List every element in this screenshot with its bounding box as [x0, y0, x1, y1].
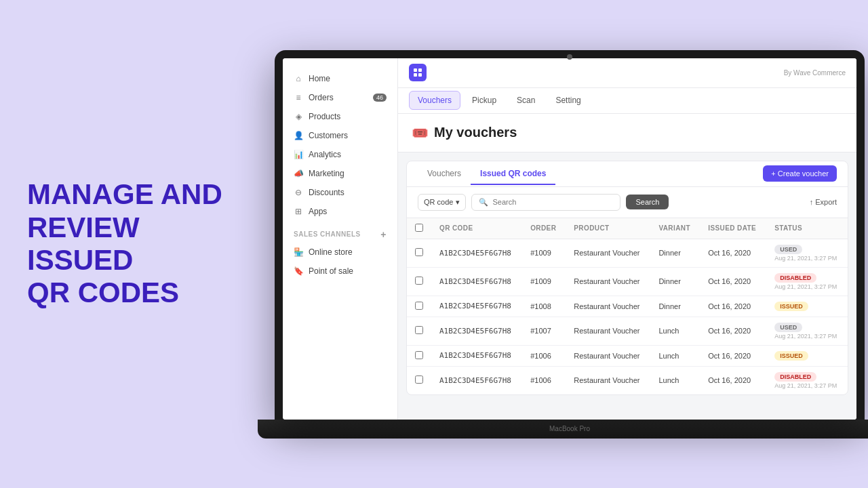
sidebar-item-discounts[interactable]: ⊖ Discounts [283, 183, 397, 202]
row-issued-date: Oct 16, 2020 [700, 345, 766, 366]
orders-icon: ≡ [294, 93, 303, 102]
row-status: ISSUED [766, 296, 848, 317]
laptop-frame: ⌂ Home ≡ Orders 46 ◈ Products 👤 Customer… [275, 50, 865, 420]
th-order: ORDER [522, 218, 566, 239]
svg-rect-1 [418, 68, 422, 72]
row-checkbox[interactable] [415, 302, 423, 310]
laptop-model: MacBook Pro [258, 420, 868, 439]
row-status: ISSUED [766, 345, 848, 366]
svg-rect-0 [414, 68, 417, 72]
sidebar-item-home[interactable]: ⌂ Home [283, 69, 397, 88]
marketing-icon: 📣 [294, 169, 303, 178]
search-left: QR code ▾ 🔍 Search [418, 194, 669, 211]
tab-bar: Vouchers Pickup Scan Setting [398, 88, 856, 114]
th-qr-code: QR CODE [431, 218, 522, 239]
laptop-screen: ⌂ Home ≡ Orders 46 ◈ Products 👤 Customer… [283, 58, 856, 420]
sidebar-item-online-store[interactable]: 🏪 Online store [283, 243, 397, 262]
title-emoji: 🎟️ [412, 125, 429, 141]
row-order: #1006 [522, 345, 566, 366]
row-qr-code: A1B2C3D4E5F6G7H8 [431, 345, 522, 366]
sub-tab-issued-qr[interactable]: Issued QR codes [471, 163, 555, 185]
sub-tab-vouchers[interactable]: Vouchers [418, 163, 471, 185]
row-qr-code: A1B2C3D4E5F6G7H8 [431, 239, 522, 267]
row-variant: Lunch [650, 366, 700, 394]
page-title: 🎟️ My vouchers [412, 125, 843, 141]
content-panel: Vouchers Issued QR codes + Create vouche… [406, 161, 848, 395]
row-product: Restaurant Voucher [566, 296, 650, 317]
qr-code-filter[interactable]: QR code ▾ [418, 194, 466, 211]
row-order: #1008 [522, 296, 566, 317]
row-checkbox-cell [407, 267, 431, 296]
search-input[interactable] [492, 198, 613, 206]
row-issued-date: Oct 16, 2020 [700, 317, 766, 345]
row-variant: Dinner [650, 239, 700, 267]
add-channel-icon[interactable]: + [380, 229, 387, 240]
table-row: A1B2C3D4E5F6G7H8 #1009 Restaurant Vouche… [407, 267, 848, 296]
row-status: DISABLED Aug 21, 2021, 3:27 PM [766, 267, 848, 296]
tab-setting[interactable]: Setting [547, 91, 589, 110]
online-store-icon: 🏪 [294, 247, 303, 257]
header-by-text: By Wave Commerce [784, 69, 846, 77]
row-order: #1006 [522, 366, 566, 394]
row-status: USED Aug 21, 2021, 3:27 PM [766, 239, 848, 267]
sidebar-item-marketing[interactable]: 📣 Marketing [283, 164, 397, 183]
row-product: Restaurant Voucher [566, 345, 650, 366]
tab-scan[interactable]: Scan [508, 91, 544, 110]
page-body: 🎟️ My vouchers Vouchers Issued QR codes [398, 114, 856, 420]
sales-channels-label: SALES CHANNELS + [283, 221, 397, 243]
select-all-checkbox[interactable] [415, 224, 423, 232]
row-qr-code: A1B2C3D4E5F6G7H8 [431, 366, 522, 394]
row-product: Restaurant Voucher [566, 239, 650, 267]
row-checkbox[interactable] [415, 277, 423, 285]
svg-rect-2 [414, 73, 417, 77]
customers-icon: 👤 [294, 131, 303, 140]
create-voucher-button[interactable]: + Create voucher [763, 165, 837, 182]
sidebar-item-orders[interactable]: ≡ Orders 46 [283, 88, 397, 107]
main-content: By Wave Commerce Vouchers Pickup Scan Se… [398, 58, 856, 420]
row-checkbox[interactable] [415, 351, 423, 359]
row-checkbox-cell [407, 239, 431, 267]
sidebar-item-customers[interactable]: 👤 Customers [283, 126, 397, 145]
row-checkbox[interactable] [415, 248, 423, 256]
row-product: Restaurant Voucher [566, 267, 650, 296]
discounts-icon: ⊖ [294, 188, 303, 197]
home-icon: ⌂ [294, 74, 303, 83]
search-button[interactable]: Search [626, 195, 669, 209]
hero-title: MANAGE AND REVIEW ISSUED QR CODES [27, 178, 231, 309]
table-row: A1B2C3D4E5F6G7H8 #1006 Restaurant Vouche… [407, 366, 848, 394]
apps-icon: ⊞ [294, 207, 303, 216]
table-row: A1B2C3D4E5F6G7H8 #1006 Restaurant Vouche… [407, 345, 848, 366]
svg-rect-3 [418, 73, 422, 77]
app-logo [409, 64, 427, 81]
row-product: Restaurant Voucher [566, 366, 650, 394]
row-checkbox-cell [407, 366, 431, 394]
row-variant: Lunch [650, 345, 700, 366]
orders-badge: 46 [373, 94, 387, 102]
export-button[interactable]: ↑ Export [810, 198, 837, 206]
top-header: By Wave Commerce [398, 58, 856, 88]
table-row: A1B2C3D4E5F6G7H8 #1008 Restaurant Vouche… [407, 296, 848, 317]
tab-pickup[interactable]: Pickup [463, 91, 505, 110]
filter-chevron-icon: ▾ [456, 198, 460, 207]
tab-vouchers[interactable]: Vouchers [409, 91, 460, 110]
sidebar-item-products[interactable]: ◈ Products [283, 107, 397, 126]
row-checkbox[interactable] [415, 375, 423, 384]
row-issued-date: Oct 16, 2020 [700, 267, 766, 296]
th-product: PRODUCT [566, 218, 650, 239]
row-product: Restaurant Voucher [566, 317, 650, 345]
row-qr-code: A1B2C3D4E5F6G7H8 [431, 296, 522, 317]
sidebar: ⌂ Home ≡ Orders 46 ◈ Products 👤 Customer… [283, 58, 398, 420]
sidebar-item-analytics[interactable]: 📊 Analytics [283, 145, 397, 164]
th-checkbox [407, 218, 431, 239]
row-issued-date: Oct 16, 2020 [700, 296, 766, 317]
row-checkbox-cell [407, 345, 431, 366]
data-table: QR CODE ORDER PRODUCT VARIANT ISSUED DAT… [407, 218, 848, 394]
row-checkbox[interactable] [415, 326, 423, 334]
row-issued-date: Oct 16, 2020 [700, 239, 766, 267]
sub-tabs: Vouchers Issued QR codes [418, 163, 555, 184]
sidebar-item-apps[interactable]: ⊞ Apps [283, 202, 397, 221]
sidebar-item-point-of-sale[interactable]: 🔖 Point of sale [283, 262, 397, 281]
page-title-area: 🎟️ My vouchers [398, 114, 856, 152]
row-issued-date: Oct 16, 2020 [700, 366, 766, 394]
table-row: A1B2C3D4E5F6G7H8 #1007 Restaurant Vouche… [407, 317, 848, 345]
